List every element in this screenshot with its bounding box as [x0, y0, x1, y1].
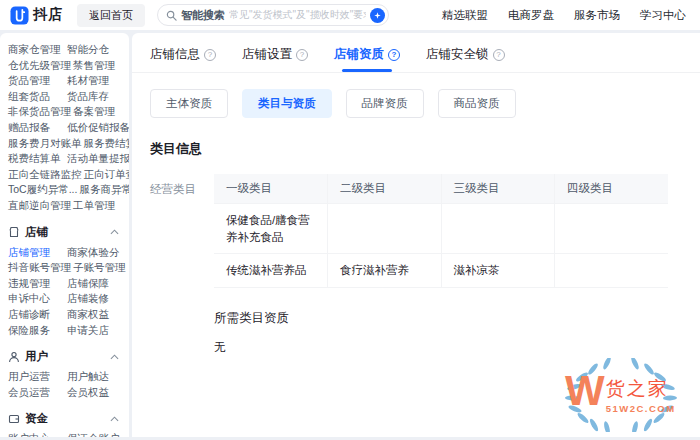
- sidebar-item[interactable]: 正向全链路监控: [8, 167, 84, 183]
- table-row: 保健食品/膳食营养补充食品: [214, 204, 668, 254]
- sidebar-item[interactable]: ToC履约异常...: [8, 182, 79, 198]
- sidebar-shop-menu: 店铺管理 商家体验分 抖音账号管理 子账号管理 违规管理 店铺保障 申诉中心 店…: [8, 245, 129, 339]
- sidebar-item[interactable]: 工单管理: [73, 198, 115, 214]
- sidebar-item[interactable]: 会员运营: [8, 385, 67, 401]
- tab-label: 店铺设置: [242, 46, 292, 63]
- sidebar-menu-row: 货品管理 耗材管理: [8, 73, 129, 89]
- sidebar-item[interactable]: 账户中心: [8, 431, 67, 437]
- sidebar-item[interactable]: 申请关店: [67, 323, 109, 339]
- sidebar-item[interactable]: 商家权益: [67, 307, 109, 323]
- table-header-cell: 二级类目: [328, 174, 442, 204]
- required-qualification-title: 所需类目资质: [214, 304, 289, 327]
- chevron-up-icon: [110, 229, 119, 235]
- sidebar-item[interactable]: 低价促销报备: [67, 120, 129, 136]
- category-info-title: 类目信息: [132, 118, 700, 158]
- tab[interactable]: 店铺资质 ?: [334, 46, 400, 72]
- table-cell: [555, 204, 669, 254]
- tab[interactable]: 店铺信息 ?: [150, 46, 216, 72]
- doudian-logo-icon: [10, 6, 29, 25]
- topbar-nav-item[interactable]: 学习中心: [640, 8, 686, 23]
- tab[interactable]: 店铺设置 ?: [242, 46, 308, 72]
- sidebar-item[interactable]: 违规管理: [8, 276, 67, 292]
- category-table-header-row: 一级类目二级类目三级类目四级类目: [214, 174, 668, 204]
- sidebar-item[interactable]: 耗材管理: [67, 73, 109, 89]
- help-icon[interactable]: ?: [296, 49, 308, 61]
- sidebar-item[interactable]: 货品库存: [67, 89, 109, 105]
- table-row: 传统滋补营养品 食疗滋补营养 滋补凉茶: [214, 254, 668, 288]
- shop-icon: [8, 226, 20, 238]
- sidebar-item[interactable]: 服务费结算单: [84, 136, 130, 152]
- sidebar-item[interactable]: 店铺诊断: [8, 307, 67, 323]
- topbar-nav-item[interactable]: 服务市场: [574, 8, 620, 23]
- sidebar-item[interactable]: 保险服务: [8, 323, 67, 339]
- topbar-nav-item[interactable]: 精选联盟: [442, 8, 488, 23]
- sidebar-section-funds[interactable]: 资金: [8, 411, 119, 426]
- watermark-letter: W: [565, 372, 603, 410]
- sidebar-funds-menu: 账户中心 保证金账户 账单管理 返佣管理: [8, 431, 129, 437]
- sidebar-item[interactable]: 赠品报备: [8, 120, 67, 136]
- sidebar-item[interactable]: 货品管理: [8, 73, 67, 89]
- sidebar-item[interactable]: 组套货品: [8, 89, 67, 105]
- table-cell: [328, 204, 442, 254]
- sidebar-item[interactable]: 智能分仓: [67, 42, 109, 58]
- help-icon[interactable]: ?: [204, 49, 216, 61]
- sidebar-section-user[interactable]: 用户: [8, 349, 119, 364]
- sidebar-menu-row: 服务费月对账单 服务费结算单: [8, 136, 129, 152]
- table-header-cell: 四级类目: [555, 174, 669, 204]
- subtab[interactable]: 品牌资质: [346, 89, 424, 118]
- required-qualification-value: 无: [214, 327, 289, 355]
- sidebar-menu-row: 用户运营 用户触达: [8, 369, 129, 385]
- sidebar-item[interactable]: 非保货品管理: [8, 104, 73, 120]
- table-header-cell: 一级类目: [214, 174, 328, 204]
- sidebar-item[interactable]: 正向订单查询: [84, 167, 130, 183]
- ai-icon[interactable]: [370, 8, 385, 23]
- sidebar-item[interactable]: 店铺保障: [67, 276, 109, 292]
- sidebar-item[interactable]: 申诉中心: [8, 291, 67, 307]
- subtab[interactable]: 类目与资质: [242, 89, 332, 118]
- help-icon[interactable]: ?: [388, 49, 400, 61]
- doudian-logo[interactable]: 抖店: [10, 6, 63, 25]
- user-icon: [8, 351, 20, 363]
- wallet-icon: [8, 413, 20, 425]
- sidebar-item[interactable]: 用户触达: [67, 369, 109, 385]
- sidebar-item[interactable]: 子账号管理: [73, 260, 126, 276]
- category-table: 一级类目二级类目三级类目四级类目 保健食品/膳食营养补充食品 传统滋补营养品 食…: [214, 174, 668, 288]
- sidebar-item[interactable]: 仓优先级管理: [8, 58, 73, 74]
- subtab[interactable]: 主体资质: [150, 89, 228, 118]
- topbar-nav-item[interactable]: 电商罗盘: [508, 8, 554, 23]
- chevron-up-icon: [110, 354, 119, 360]
- logo-text: 抖店: [33, 6, 63, 24]
- sidebar-item[interactable]: 店铺装修: [67, 291, 109, 307]
- sidebar-menu-row: 抖音账号管理 子账号管理: [8, 260, 129, 276]
- business-category-row: 经营类目 一级类目二级类目三级类目四级类目 保健食品/膳食营养补充食品: [132, 158, 700, 288]
- sidebar-item[interactable]: 备案管理: [73, 104, 115, 120]
- subtab[interactable]: 商品资质: [438, 89, 516, 118]
- table-cell: 保健食品/膳食营养补充食品: [214, 204, 328, 254]
- sidebar-item[interactable]: 抖音账号管理: [8, 260, 73, 276]
- sidebar-menu-row: 店铺管理 商家体验分: [8, 245, 129, 261]
- back-home-button[interactable]: 返回首页: [77, 4, 145, 27]
- sidebar-item[interactable]: 服务费月对账单: [8, 136, 84, 152]
- sidebar-menu-row: 组套货品 货品库存: [8, 89, 129, 105]
- help-icon[interactable]: ?: [493, 49, 505, 61]
- sidebar-section-title: 资金: [25, 411, 105, 426]
- sidebar-item[interactable]: 活动单量提报: [67, 151, 129, 167]
- table-cell: 滋补凉茶: [441, 254, 555, 288]
- sidebar-item[interactable]: 服务商异常报备: [79, 182, 129, 198]
- sidebar-item[interactable]: 店铺管理: [8, 245, 67, 261]
- sidebar-section-shop[interactable]: 店铺: [8, 225, 119, 240]
- business-category-label: 经营类目: [150, 174, 214, 288]
- sidebar-menu-row: 直邮逆向管理 工单管理: [8, 198, 129, 214]
- sidebar-menu-row: 税费结算单 活动单量提报: [8, 151, 129, 167]
- tab[interactable]: 店铺安全锁 ?: [426, 46, 505, 72]
- sidebar-item[interactable]: 保证金账户: [67, 431, 120, 437]
- topbar-nav: 精选联盟电商罗盘服务市场学习中心: [442, 8, 686, 23]
- sidebar-item[interactable]: 税费结算单: [8, 151, 67, 167]
- sidebar-item[interactable]: 商家体验分: [67, 245, 120, 261]
- sidebar-item[interactable]: 禁售管理: [73, 58, 115, 74]
- sidebar-item[interactable]: 直邮逆向管理: [8, 198, 73, 214]
- sidebar-item[interactable]: 用户运营: [8, 369, 67, 385]
- sidebar-item[interactable]: 商家仓管理: [8, 42, 67, 58]
- sidebar-item[interactable]: 会员权益: [67, 385, 109, 401]
- search-bar[interactable]: 智能搜索 常见"发货模式"及"揽收时效"要求: [157, 4, 389, 26]
